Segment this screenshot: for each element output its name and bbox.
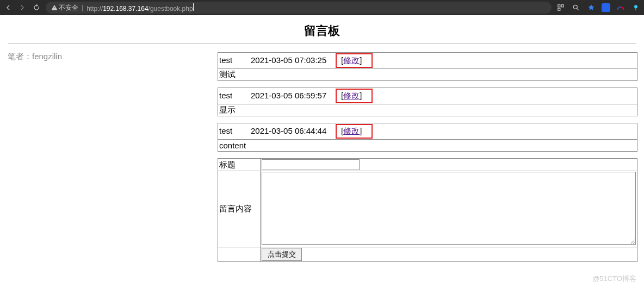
entry-content: 显示 bbox=[218, 104, 637, 116]
form-title-label: 标题 bbox=[218, 159, 261, 171]
edit-link[interactable]: 修改 bbox=[343, 126, 360, 135]
entry-user: test bbox=[219, 126, 251, 135]
insecure-label: 不安全 bbox=[59, 3, 78, 13]
forward-button[interactable] bbox=[17, 3, 27, 13]
svg-rect-0 bbox=[558, 5, 560, 7]
form-content-label: 留言内容 bbox=[218, 171, 261, 247]
extension-icon-3[interactable] bbox=[631, 3, 641, 13]
page-title: 留言板 bbox=[8, 23, 636, 39]
svg-rect-6 bbox=[635, 8, 636, 10]
guestbook-entry: test2021-03-05 06:44:44[修改]content bbox=[218, 123, 636, 152]
highlight-box: [修改] bbox=[336, 53, 373, 68]
svg-line-4 bbox=[577, 9, 579, 10]
bookmark-icon[interactable] bbox=[586, 3, 596, 13]
entry-date: 2021-03-05 06:59:57 bbox=[251, 91, 337, 100]
guestbook-entry: test2021-03-05 07:03:25[修改]测试 bbox=[218, 52, 636, 81]
extension-icon-1[interactable] bbox=[602, 3, 610, 12]
address-bar[interactable]: 不安全 | http://192.168.37.164/guestbook.ph… bbox=[46, 2, 552, 14]
svg-point-3 bbox=[573, 5, 577, 9]
highlight-box: [修改] bbox=[336, 89, 373, 103]
divider bbox=[8, 43, 636, 44]
entry-date: 2021-03-05 07:03:25 bbox=[251, 55, 337, 65]
edit-link[interactable]: 修改 bbox=[343, 55, 360, 65]
zoom-icon[interactable] bbox=[571, 3, 581, 13]
submit-button[interactable]: 点击提交 bbox=[262, 248, 302, 261]
entry-user: test bbox=[219, 55, 251, 65]
svg-point-5 bbox=[634, 5, 637, 8]
url-text: http://192.168.37.164/guestbook.php bbox=[86, 3, 194, 13]
insecure-icon: 不安全 bbox=[51, 3, 78, 13]
svg-rect-1 bbox=[561, 5, 564, 7]
message-form: 标题 留言内容 点击提交 bbox=[218, 158, 637, 262]
title-input[interactable] bbox=[262, 159, 360, 170]
entry-content: 测试 bbox=[218, 69, 637, 81]
browser-toolbar: 不安全 | http://192.168.37.164/guestbook.ph… bbox=[0, 0, 644, 15]
back-button[interactable] bbox=[3, 3, 13, 13]
highlight-box: [修改] bbox=[336, 124, 373, 139]
extension-icon-2[interactable] bbox=[616, 3, 626, 13]
reload-button[interactable] bbox=[32, 3, 41, 13]
entry-content: content bbox=[218, 140, 637, 152]
edit-link[interactable]: 修改 bbox=[343, 91, 360, 100]
entry-date: 2021-03-05 06:44:44 bbox=[251, 126, 337, 135]
guestbook-entry: test2021-03-05 06:59:57[修改]显示 bbox=[218, 88, 636, 116]
content-textarea[interactable] bbox=[262, 172, 636, 245]
qr-icon[interactable] bbox=[556, 3, 566, 13]
page-body: 留言板 笔者：fengzilin test2021-03-05 07:03:25… bbox=[0, 15, 644, 273]
svg-rect-2 bbox=[558, 8, 560, 10]
entry-user: test bbox=[219, 91, 251, 100]
